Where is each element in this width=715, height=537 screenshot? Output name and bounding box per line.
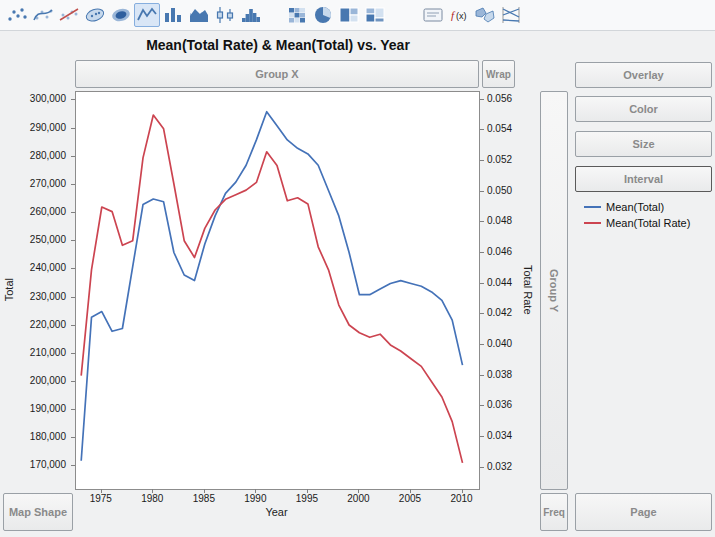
legend-item-mean-total[interactable]: Mean(Total) bbox=[584, 199, 690, 215]
x-tick-label: 1975 bbox=[90, 493, 112, 504]
yr-tick-mark bbox=[480, 283, 484, 284]
yl-tick-mark bbox=[71, 99, 75, 100]
yr-tick-label: 0.046 bbox=[487, 246, 512, 258]
histogram-icon bbox=[239, 5, 263, 25]
yl-tick-mark bbox=[71, 325, 75, 326]
toolbar-treemap-button[interactable] bbox=[336, 3, 362, 27]
x-tick-label: 2005 bbox=[399, 493, 421, 504]
toolbar-ellipse-button[interactable] bbox=[82, 3, 108, 27]
x-tick-label: 1990 bbox=[244, 493, 266, 504]
group-y-label: Group Y bbox=[548, 269, 560, 312]
toolbar-line-of-fit-button[interactable] bbox=[56, 3, 82, 27]
yl-tick-mark bbox=[71, 381, 75, 382]
parallel-icon bbox=[499, 5, 523, 25]
graph-builder-window: f(x) Mean(Total Rate) & Mean(Total) vs. … bbox=[0, 0, 715, 537]
drop-zone-size[interactable]: Size bbox=[575, 131, 712, 157]
toolbar-box-plot-button[interactable] bbox=[212, 3, 238, 27]
legend-label-mean-total: Mean(Total) bbox=[606, 201, 664, 213]
mosaic-icon bbox=[363, 5, 387, 25]
yl-tick-mark bbox=[71, 212, 75, 213]
contour-icon bbox=[109, 5, 133, 25]
area-icon bbox=[187, 5, 211, 25]
drop-zone-map-shape[interactable]: Map Shape bbox=[3, 493, 73, 531]
yr-tick-mark bbox=[480, 313, 484, 314]
toolbar-parallel-button[interactable] bbox=[498, 3, 524, 27]
formula-icon: f(x) bbox=[447, 5, 471, 25]
toolbar-caption-box-button[interactable] bbox=[420, 3, 446, 27]
toolbar-histogram-button[interactable] bbox=[238, 3, 264, 27]
toolbar-area-button[interactable] bbox=[186, 3, 212, 27]
legend-item-mean-total-rate[interactable]: Mean(Total Rate) bbox=[584, 215, 690, 231]
yl-tick-mark bbox=[71, 156, 75, 157]
drop-zone-group-x[interactable]: Group X bbox=[75, 60, 479, 88]
yl-tick-label: 250,000 bbox=[30, 234, 66, 246]
plot-svg bbox=[76, 92, 479, 489]
yl-tick-mark bbox=[71, 353, 75, 354]
legend-swatch-mean-total bbox=[584, 206, 601, 208]
yr-tick-label: 0.050 bbox=[487, 185, 512, 197]
y-axis-left-title: Total bbox=[1, 91, 17, 488]
yl-tick-label: 170,000 bbox=[30, 459, 66, 471]
drop-zone-group-y[interactable]: Group Y bbox=[540, 91, 568, 490]
legend: Mean(Total) Mean(Total Rate) bbox=[584, 199, 690, 231]
toolbar-pie-button[interactable] bbox=[310, 3, 336, 27]
line-icon bbox=[135, 5, 159, 25]
legend-swatch-mean-total-rate bbox=[584, 222, 601, 224]
bar-icon bbox=[161, 5, 185, 25]
x-axis-title: Year bbox=[75, 506, 478, 518]
yr-tick-mark bbox=[480, 129, 484, 130]
heatmap-icon bbox=[285, 5, 309, 25]
yr-tick-mark bbox=[480, 375, 484, 376]
drop-zone-wrap[interactable]: Wrap bbox=[482, 60, 515, 88]
yl-tick-mark bbox=[71, 268, 75, 269]
ellipse-icon bbox=[83, 5, 107, 25]
series-line-1[interactable] bbox=[81, 115, 462, 463]
drop-zone-page[interactable]: Page bbox=[575, 493, 712, 531]
yr-tick-label: 0.052 bbox=[487, 154, 512, 166]
toolbar-map-shapes-button[interactable] bbox=[472, 3, 498, 27]
caption-box-icon bbox=[421, 5, 445, 25]
yl-tick-mark bbox=[71, 409, 75, 410]
yr-tick-mark bbox=[480, 221, 484, 222]
toolbar-contour-button[interactable] bbox=[108, 3, 134, 27]
toolbar-smoother-button[interactable] bbox=[30, 3, 56, 27]
smoother-icon bbox=[31, 5, 55, 25]
yr-tick-mark bbox=[480, 160, 484, 161]
yl-tick-label: 270,000 bbox=[30, 178, 66, 190]
toolbar-heatmap-button[interactable] bbox=[284, 3, 310, 27]
chart-title: Mean(Total Rate) & Mean(Total) vs. Year bbox=[0, 37, 556, 53]
yr-tick-mark bbox=[480, 405, 484, 406]
yl-tick-label: 230,000 bbox=[30, 291, 66, 303]
yl-tick-mark bbox=[71, 240, 75, 241]
yl-tick-mark bbox=[71, 465, 75, 466]
drop-zone-freq[interactable]: Freq bbox=[540, 493, 568, 531]
legend-label-mean-total-rate: Mean(Total Rate) bbox=[606, 217, 690, 229]
yr-tick-label: 0.054 bbox=[487, 123, 512, 135]
x-tick-label: 1980 bbox=[141, 493, 163, 504]
yl-tick-label: 180,000 bbox=[30, 431, 66, 443]
drop-zone-interval[interactable]: Interval bbox=[575, 166, 712, 192]
yl-tick-label: 300,000 bbox=[30, 93, 66, 105]
toolbar-formula-button[interactable]: f(x) bbox=[446, 3, 472, 27]
toolbar-points-button[interactable] bbox=[4, 3, 30, 27]
yr-tick-mark bbox=[480, 467, 484, 468]
yl-tick-label: 210,000 bbox=[30, 347, 66, 359]
toolbar-mosaic-button[interactable] bbox=[362, 3, 388, 27]
yl-tick-mark bbox=[71, 128, 75, 129]
yl-tick-label: 220,000 bbox=[30, 319, 66, 331]
toolbar-line-button[interactable] bbox=[134, 3, 160, 27]
drop-zone-overlay[interactable]: Overlay bbox=[575, 62, 712, 88]
plot-area[interactable] bbox=[75, 91, 480, 490]
yr-tick-label: 0.056 bbox=[487, 93, 512, 105]
drop-zone-color[interactable]: Color bbox=[575, 96, 712, 122]
yr-tick-label: 0.038 bbox=[487, 369, 512, 381]
box-plot-icon bbox=[213, 5, 237, 25]
yr-tick-mark bbox=[480, 344, 484, 345]
toolbar-bar-button[interactable] bbox=[160, 3, 186, 27]
yr-tick-mark bbox=[480, 436, 484, 437]
series-line-0[interactable] bbox=[81, 112, 462, 461]
yr-tick-label: 0.032 bbox=[487, 461, 512, 473]
element-type-toolbar: f(x) bbox=[0, 0, 715, 31]
yr-tick-mark bbox=[480, 99, 484, 100]
y-axis-right-title: Total Rate bbox=[520, 91, 536, 488]
